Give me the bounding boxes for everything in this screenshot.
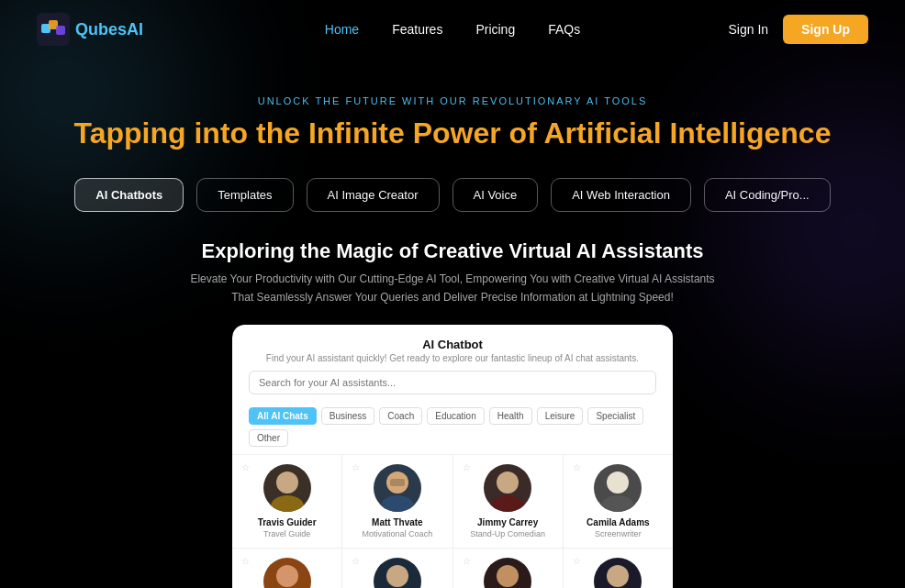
- tab-ai-voice[interactable]: AI Voice: [452, 178, 539, 212]
- logo-part2: AI: [127, 20, 143, 39]
- nav-actions: Sign In Sign Up: [729, 15, 868, 44]
- chatbot-header: AI Chatbot Find your AI assistant quickl…: [232, 325, 673, 407]
- agent-star-3: ☆: [573, 462, 581, 472]
- agent-star-6: ☆: [463, 556, 471, 566]
- agent-avatar-7: [594, 558, 642, 588]
- svg-point-11: [607, 472, 629, 494]
- filter-business[interactable]: Business: [321, 407, 375, 425]
- section-title: Exploring the Magic of Creative Virtual …: [37, 239, 868, 263]
- chatbot-filter-bar: All AI Chats Business Coach Education He…: [232, 407, 673, 454]
- agent-avatar-1: [374, 464, 421, 512]
- chatbot-title: AI Chatbot: [249, 338, 656, 351]
- agent-card-1[interactable]: ☆ Matt Thvate Motivational Coach: [342, 455, 452, 548]
- agent-card-3[interactable]: ☆ Camila Adams Screenwriter: [564, 455, 673, 548]
- chatbot-subtitle: Find your AI assistant quickly! Get read…: [249, 353, 656, 363]
- tab-ai-image-creator[interactable]: AI Image Creator: [307, 178, 440, 212]
- logo: QubesAI: [37, 13, 143, 46]
- agent-role-1: Motivational Coach: [350, 529, 444, 538]
- section-desc: Elevate Your Productivity with Our Cutti…: [186, 271, 719, 305]
- hero-sub-highlight: WITH OUR REVOLUTIONARY AI TOOLS: [402, 95, 647, 106]
- filter-coach[interactable]: Coach: [379, 407, 422, 425]
- tab-templates[interactable]: Templates: [196, 178, 293, 212]
- nav-home[interactable]: Home: [325, 22, 359, 37]
- agent-name-0: Travis Guider: [240, 517, 334, 527]
- signup-button[interactable]: Sign Up: [783, 15, 868, 44]
- agent-role-2: Stand-Up Comedian: [461, 529, 555, 538]
- svg-point-9: [497, 472, 519, 494]
- signin-button[interactable]: Sign In: [729, 22, 769, 37]
- hero-title: Tapping into the Infinite Power of Artif…: [37, 116, 868, 150]
- agent-star-2: ☆: [463, 462, 471, 472]
- agent-name-3: Camila Adams: [571, 517, 665, 527]
- svg-point-19: [607, 565, 629, 587]
- tab-ai-coding[interactable]: AI Coding/Pro...: [704, 178, 831, 212]
- agent-avatar-3: [594, 464, 642, 512]
- agent-card-7[interactable]: ☆ Robert Kawasaki Financial Analyst: [564, 549, 673, 588]
- agent-avatar-0: [263, 464, 311, 512]
- svg-rect-3: [56, 26, 65, 35]
- svg-point-5: [271, 495, 304, 512]
- hero-title-suffix: of Artificial Intelligence: [501, 116, 832, 150]
- agent-name-1: Matt Thvate: [350, 517, 444, 527]
- nav-links: Home Features Pricing FAQs: [325, 22, 580, 37]
- hero-title-highlight: Infinite Power: [308, 116, 501, 150]
- svg-point-10: [491, 495, 524, 512]
- agent-card-5[interactable]: ☆ Robert Williams Life Coach: [342, 549, 452, 588]
- chatbot-search-input[interactable]: [249, 371, 656, 394]
- agent-avatar-2: [484, 464, 531, 512]
- feature-tabs: AI Chatbots Templates AI Image Creator A…: [37, 178, 868, 212]
- agent-role-3: Screenwriter: [571, 529, 665, 538]
- tab-ai-chatbots[interactable]: AI Chatbots: [74, 178, 184, 212]
- nav-faqs[interactable]: FAQs: [548, 22, 580, 37]
- svg-point-13: [276, 565, 298, 587]
- agent-card-6[interactable]: ☆ Jack Harper Personal Trainer: [453, 549, 563, 588]
- agents-grid: ☆ Travis Guider Travel Guide ☆: [232, 454, 673, 588]
- tab-ai-web-interaction[interactable]: AI Web Interaction: [551, 178, 691, 212]
- hero-subheading: UNLOCK THE FUTURE WITH OUR REVOLUTIONARY…: [37, 95, 868, 106]
- agent-card-4[interactable]: ☆ Samantha Phubber Relationship Coach: [232, 549, 341, 588]
- logo-part1: Qubes: [75, 20, 127, 39]
- hero-title-prefix: Tapping into the: [74, 116, 308, 150]
- agent-star-7: ☆: [573, 556, 581, 566]
- svg-point-15: [386, 565, 408, 587]
- svg-rect-8: [390, 479, 405, 486]
- agent-card-0[interactable]: ☆ Travis Guider Travel Guide: [232, 455, 341, 548]
- agent-avatar-6: [484, 558, 531, 588]
- logo-icon: [37, 13, 70, 46]
- filter-education[interactable]: Education: [427, 407, 484, 425]
- filter-leisure[interactable]: Leisure: [537, 407, 584, 425]
- hero-sub-prefix: UNLOCK THE FUTURE: [258, 95, 402, 106]
- chatbot-panel: AI Chatbot Find your AI assistant quickl…: [232, 325, 673, 588]
- filter-specialist[interactable]: Specialist: [587, 407, 643, 425]
- svg-point-7: [381, 495, 414, 512]
- agent-avatar-4: [263, 558, 311, 588]
- hero-section: UNLOCK THE FUTURE WITH OUR REVOLUTIONARY…: [0, 59, 905, 588]
- logo-text: QubesAI: [75, 20, 143, 39]
- agent-star-0: ☆: [241, 462, 250, 472]
- agent-star-1: ☆: [352, 462, 360, 472]
- svg-point-12: [601, 495, 634, 512]
- agent-avatar-5: [374, 558, 421, 588]
- agent-card-2[interactable]: ☆ Jimmy Carrey Stand-Up Comedian: [453, 455, 563, 548]
- svg-point-17: [497, 565, 519, 587]
- nav-features[interactable]: Features: [392, 22, 442, 37]
- filter-all[interactable]: All AI Chats: [249, 407, 317, 425]
- filter-other[interactable]: Other: [249, 429, 288, 447]
- filter-health[interactable]: Health: [489, 407, 532, 425]
- agent-star-4: ☆: [241, 556, 250, 566]
- agent-name-2: Jimmy Carrey: [461, 517, 555, 527]
- navbar: QubesAI Home Features Pricing FAQs Sign …: [0, 0, 905, 59]
- nav-pricing[interactable]: Pricing: [475, 22, 515, 37]
- svg-point-4: [276, 472, 298, 494]
- agent-role-0: Travel Guide: [240, 529, 334, 538]
- agent-star-5: ☆: [352, 556, 360, 566]
